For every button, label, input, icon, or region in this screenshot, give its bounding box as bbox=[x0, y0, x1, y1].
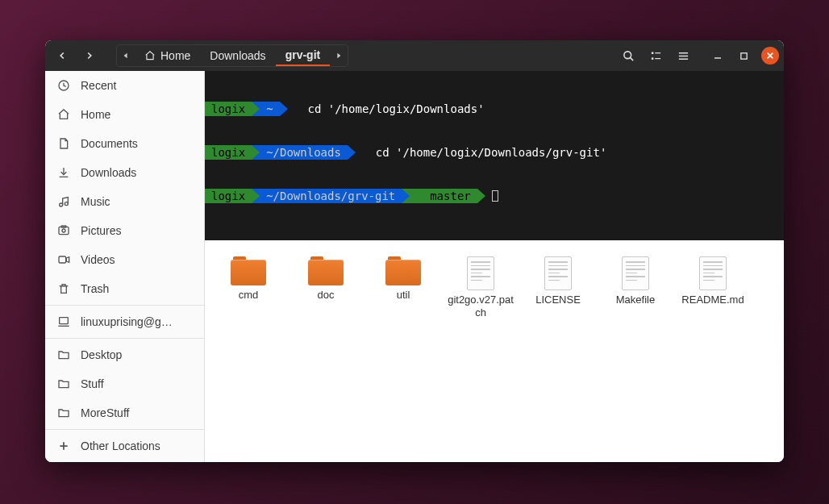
breadcrumb-home-label: Home bbox=[160, 49, 190, 62]
close-button[interactable] bbox=[761, 47, 779, 65]
folder-cmd[interactable]: cmd bbox=[211, 253, 285, 323]
back-button[interactable] bbox=[50, 44, 74, 67]
sidebar-item-pictures[interactable]: Pictures bbox=[45, 216, 204, 245]
svg-point-19 bbox=[62, 229, 65, 232]
file-label: doc bbox=[318, 289, 335, 302]
prompt-cwd: ~/Downloads/grv-git bbox=[260, 189, 402, 203]
path-next-button[interactable] bbox=[330, 45, 348, 66]
downloads-icon bbox=[56, 166, 71, 179]
svg-rect-6 bbox=[655, 52, 660, 53]
folder-icon bbox=[56, 377, 71, 390]
sidebar-item-recent[interactable]: Recent bbox=[45, 71, 204, 100]
folder-icon bbox=[56, 348, 71, 361]
minimize-button[interactable] bbox=[706, 44, 729, 67]
file-license[interactable]: LICENSE bbox=[521, 253, 595, 323]
file-git2go-patch[interactable]: git2go.v27.patch bbox=[444, 253, 518, 323]
folder-util[interactable]: util bbox=[366, 253, 440, 323]
breadcrumb-downloads[interactable]: Downloads bbox=[200, 45, 275, 66]
terminal-line: logix ~/Downloads cd '/home/logix/Downlo… bbox=[205, 145, 784, 160]
text-file-icon bbox=[467, 256, 494, 290]
sidebar: Recent Home Documents Downloads Music Pi… bbox=[45, 71, 205, 462]
embedded-terminal[interactable]: logix ~ cd '/home/logix/Downloads' logix… bbox=[205, 71, 784, 240]
sidebar-item-home[interactable]: Home bbox=[45, 100, 204, 129]
sidebar-item-other-locations[interactable]: Other Locations bbox=[45, 431, 204, 460]
menu-button[interactable] bbox=[671, 44, 695, 67]
svg-point-2 bbox=[623, 51, 631, 58]
sidebar-item-stuff[interactable]: Stuff bbox=[45, 369, 204, 398]
svg-rect-23 bbox=[60, 318, 69, 324]
svg-marker-1 bbox=[338, 53, 341, 58]
maximize-icon bbox=[739, 52, 748, 60]
sidebar-label: Downloads bbox=[81, 166, 136, 179]
prompt-user: logix bbox=[205, 145, 252, 160]
sidebar-label: MoreStuff bbox=[81, 406, 129, 419]
file-readme[interactable]: README.md bbox=[676, 253, 750, 323]
videos-icon bbox=[56, 253, 71, 266]
view-toggle-button[interactable] bbox=[644, 44, 668, 67]
remote-icon bbox=[56, 315, 71, 328]
file-icon-grid[interactable]: cmd doc util git2go.v27.patch LICENSE bbox=[205, 240, 784, 462]
sidebar-item-downloads[interactable]: Downloads bbox=[45, 158, 204, 187]
sidebar-item-videos[interactable]: Videos bbox=[45, 245, 204, 274]
sidebar-item-documents[interactable]: Documents bbox=[45, 129, 204, 158]
svg-rect-7 bbox=[655, 58, 660, 59]
sidebar-label: Home bbox=[81, 108, 110, 121]
sidebar-item-remote[interactable]: linuxuprising@g… bbox=[45, 307, 204, 336]
prompt-cwd: ~ bbox=[260, 102, 279, 116]
sidebar-label: Desktop bbox=[81, 348, 122, 361]
sidebar-separator bbox=[45, 338, 204, 339]
clock-icon bbox=[56, 79, 71, 92]
home-icon bbox=[144, 50, 156, 61]
sidebar-item-morestuff[interactable]: MoreStuff bbox=[45, 398, 204, 427]
sidebar-label: Pictures bbox=[81, 224, 122, 237]
file-manager-window: Home Downloads grv-git bbox=[45, 40, 784, 462]
minimize-icon bbox=[713, 51, 723, 60]
terminal-command: cd '/home/logix/Downloads' bbox=[288, 102, 491, 116]
folder-icon bbox=[56, 406, 71, 419]
maximize-button[interactable] bbox=[732, 44, 755, 67]
folder-icon bbox=[385, 256, 421, 285]
sidebar-item-desktop[interactable]: Desktop bbox=[45, 340, 204, 369]
sidebar-item-music[interactable]: Music bbox=[45, 187, 204, 216]
file-makefile[interactable]: Makefile bbox=[598, 253, 673, 323]
prompt-git-branch: master bbox=[410, 189, 477, 203]
documents-icon bbox=[56, 137, 71, 150]
terminal-command: cd '/home/logix/Downloads/grv-git' bbox=[356, 145, 613, 160]
breadcrumb-downloads-label: Downloads bbox=[210, 49, 265, 62]
file-label: util bbox=[397, 289, 410, 302]
sidebar-separator bbox=[45, 429, 204, 430]
folder-icon bbox=[231, 256, 266, 285]
plus-icon bbox=[56, 440, 71, 452]
sidebar-label: Stuff bbox=[81, 377, 104, 390]
svg-rect-12 bbox=[740, 52, 746, 58]
svg-rect-21 bbox=[59, 256, 66, 263]
svg-marker-0 bbox=[124, 53, 127, 58]
music-icon bbox=[56, 195, 71, 208]
file-label: Makefile bbox=[616, 294, 655, 306]
search-icon bbox=[623, 50, 635, 62]
forward-button[interactable] bbox=[77, 44, 102, 67]
prompt-user: logix bbox=[205, 189, 252, 203]
chevron-right-icon bbox=[84, 50, 95, 61]
breadcrumb-home[interactable]: Home bbox=[135, 45, 200, 66]
folder-doc[interactable]: doc bbox=[289, 253, 363, 323]
main-pane: logix ~ cd '/home/logix/Downloads' logix… bbox=[205, 71, 784, 462]
sidebar-label: Music bbox=[81, 195, 110, 208]
terminal-cursor bbox=[492, 190, 498, 202]
breadcrumb-current[interactable]: grv-git bbox=[276, 45, 331, 66]
sidebar-label: Trash bbox=[81, 282, 109, 295]
search-button[interactable] bbox=[616, 44, 640, 67]
trash-icon bbox=[56, 282, 71, 295]
path-prev-button[interactable] bbox=[117, 45, 135, 66]
folder-icon bbox=[308, 256, 344, 285]
triangle-left-icon bbox=[123, 52, 129, 59]
close-icon bbox=[766, 52, 774, 60]
list-grid-icon bbox=[650, 50, 662, 62]
sidebar-label: Other Locations bbox=[81, 439, 160, 452]
sidebar-label: Recent bbox=[81, 79, 116, 92]
text-file-icon bbox=[699, 256, 727, 290]
breadcrumb-current-label: grv-git bbox=[285, 48, 321, 61]
file-label: LICENSE bbox=[535, 294, 581, 306]
text-file-icon bbox=[544, 256, 572, 290]
sidebar-item-trash[interactable]: Trash bbox=[45, 274, 204, 303]
